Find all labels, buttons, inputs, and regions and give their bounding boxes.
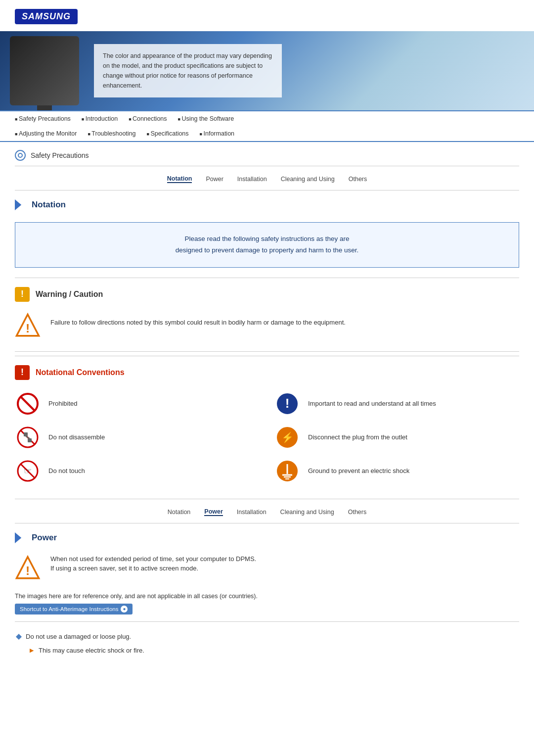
disconnect-icon: ⚡ — [274, 425, 300, 450]
power-blue-arrow-icon — [15, 532, 26, 543]
caution-triangle-icon: ! — [15, 313, 41, 338]
info-box: Please read the following safety instruc… — [15, 222, 519, 268]
nav-row-2: Adjusting the Monitor Troubleshooting Sp… — [15, 126, 519, 141]
nav-item-software[interactable]: Using the Software — [178, 111, 245, 126]
main-content: Safety Precautions Notation Power Instal… — [0, 142, 534, 656]
conventions-title: Notational Conventions — [36, 368, 125, 377]
list-primary-item: Do not use a damaged or loose plug. — [15, 629, 519, 645]
list-blue-square-icon — [15, 633, 23, 641]
svg-text:⚡: ⚡ — [281, 431, 294, 443]
convention-important: ! Important to read and understand at al… — [274, 391, 519, 417]
tab-others-2[interactable]: Others — [348, 509, 367, 516]
warning-icon: ! — [15, 287, 30, 302]
important-icon: ! — [274, 391, 300, 417]
reference-text: The images here are for reference only, … — [15, 588, 519, 604]
important-label: Important to read and understand at all … — [308, 400, 436, 407]
svg-rect-10 — [28, 438, 32, 442]
list-section: Do not use a damaged or loose plug. ▶ Th… — [15, 621, 519, 656]
tab-cleaning-1[interactable]: Cleaning and Using — [281, 176, 335, 183]
svg-rect-9 — [24, 432, 28, 436]
power-caution-icon: ! — [15, 555, 41, 581]
convention-ground: Ground to prevent an electric shock — [274, 458, 519, 484]
header: SAMSUNG — [0, 0, 534, 31]
list-arrow-icon: ▶ — [30, 647, 34, 654]
power-body: ! When not used for extended period of t… — [15, 550, 519, 588]
nav-item-adjusting[interactable]: Adjusting the Monitor — [15, 126, 88, 141]
circle-icon — [15, 150, 26, 161]
tab-installation-2[interactable]: Installation — [237, 509, 267, 516]
list-primary-text: Do not use a damaged or loose plug. — [26, 633, 131, 640]
info-line-2: designed to prevent damage to property a… — [30, 245, 504, 256]
shortcut-button[interactable]: Shortcut to Anti-Afterimage Instructions… — [15, 604, 133, 614]
convention-no-touch: ☞ Do not touch — [15, 458, 260, 484]
conventions-heading: ! Notational Conventions — [15, 356, 519, 386]
no-disassemble-label: Do not disassemble — [48, 433, 105, 441]
no-disassemble-icon — [15, 425, 41, 450]
nav-item-specifications[interactable]: Specifications — [147, 126, 200, 141]
tab-notation-2[interactable]: Notation — [168, 509, 191, 516]
tab-power-1[interactable]: Power — [206, 176, 223, 183]
convention-disconnect: ⚡ Disconnect the plug from the outlet — [274, 425, 519, 450]
convention-prohibited: Prohibited — [15, 391, 260, 417]
info-line-1: Please read the following safety instruc… — [30, 234, 504, 245]
nav-bar: Safety Precautions Introduction Connecti… — [0, 110, 534, 142]
nav-item-information[interactable]: Information — [200, 126, 245, 141]
svg-point-0 — [18, 153, 22, 157]
shortcut-button-label: Shortcut to Anti-Afterimage Instructions — [20, 606, 118, 612]
nav-item-troubleshooting[interactable]: Troubleshooting — [88, 126, 146, 141]
tab-cleaning-2[interactable]: Cleaning and Using — [280, 509, 334, 516]
samsung-logo: SAMSUNG — [15, 9, 78, 24]
notation-heading: Notation — [15, 190, 519, 217]
tab-power-2[interactable]: Power — [204, 508, 223, 516]
blue-arrow-icon — [15, 199, 26, 210]
prohibited-icon — [15, 391, 41, 417]
hero-banner: The color and appearance of the product … — [0, 31, 534, 110]
tab-nav-1: Notation Power Installation Cleaning and… — [15, 166, 519, 190]
power-title: Power — [32, 533, 57, 543]
no-touch-icon: ☞ — [15, 458, 41, 484]
tab-notation-1[interactable]: Notation — [167, 175, 192, 183]
notation-title: Notation — [32, 200, 66, 210]
section-title: Safety Precautions — [31, 151, 89, 159]
tab-others-1[interactable]: Others — [349, 176, 367, 183]
no-touch-label: Do not touch — [48, 467, 85, 474]
ground-label: Ground to prevent an electric shock — [308, 467, 409, 474]
warning-body-text: Failure to follow directions noted by th… — [50, 313, 346, 328]
power-heading: Power — [15, 523, 519, 550]
nav-row-1: Safety Precautions Introduction Connecti… — [15, 111, 519, 126]
nav-item-connections[interactable]: Connections — [129, 111, 178, 126]
monitor-image — [10, 36, 79, 105]
hero-text: The color and appearance of the product … — [94, 44, 282, 97]
warning-title: Warning / Caution — [36, 290, 103, 299]
tab-installation-1[interactable]: Installation — [237, 176, 267, 183]
list-secondary-item: ▶ This may cause electric shock or fire. — [15, 645, 519, 656]
warning-body: ! Failure to follow directions noted by … — [15, 308, 519, 347]
disconnect-label: Disconnect the plug from the outlet — [308, 433, 407, 441]
tab-nav-2: Notation Power Installation Cleaning and… — [15, 499, 519, 523]
svg-line-4 — [21, 397, 35, 411]
ground-icon — [274, 458, 300, 484]
shortcut-circle-icon: ● — [121, 606, 128, 613]
divider-1 — [15, 351, 519, 352]
svg-text:☞: ☞ — [24, 466, 32, 476]
prohibited-label: Prohibited — [48, 400, 78, 407]
svg-text:!: ! — [26, 564, 30, 577]
nav-item-intro[interactable]: Introduction — [82, 111, 129, 126]
warning-heading: ! Warning / Caution — [15, 278, 519, 308]
red-warning-icon: ! — [15, 365, 30, 380]
list-secondary-text: This may cause electric shock or fire. — [39, 647, 144, 654]
nav-item-safety[interactable]: Safety Precautions — [15, 111, 82, 126]
svg-text:!: ! — [285, 396, 290, 411]
svg-text:!: ! — [26, 322, 30, 335]
convention-no-disassemble: Do not disassemble — [15, 425, 260, 450]
conventions-grid: Prohibited ! Important to read and under… — [15, 386, 519, 494]
svg-marker-24 — [16, 634, 22, 640]
power-body-text: When not used for extended period of tim… — [50, 555, 256, 572]
section-header-bar: Safety Precautions — [15, 142, 519, 166]
